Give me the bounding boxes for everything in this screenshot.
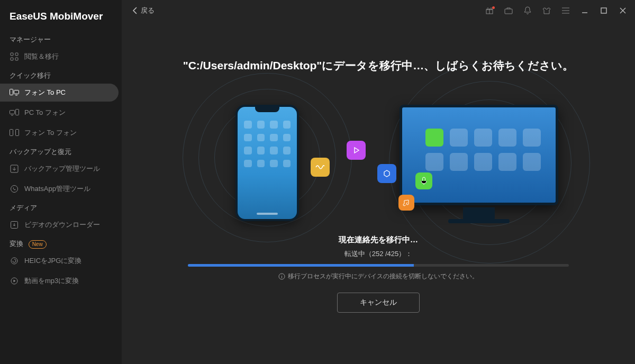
svg-rect-7 — [16, 110, 19, 115]
sidebar-item-browse-transfer[interactable]: 閲覧＆移行 — [0, 48, 119, 66]
heic-icon — [10, 256, 19, 266]
back-label: 戻る — [141, 6, 155, 15]
gift-icon[interactable] — [483, 4, 496, 17]
info-icon — [278, 273, 285, 280]
chevron-left-icon — [132, 7, 138, 14]
phone-to-pc-icon — [10, 88, 19, 97]
sidebar-item-label: ビデオのダウンローダー — [24, 220, 100, 230]
transfer-count: 転送中（252 /425）： — [344, 249, 413, 259]
svg-rect-16 — [505, 9, 512, 14]
group-label-backup: バックアップと復元 — [0, 143, 122, 159]
monitor-device-icon — [400, 105, 558, 205]
sidebar-item-label: HEICをJPGに変換 — [24, 256, 81, 266]
pc-to-phone-icon — [10, 108, 19, 117]
svg-rect-9 — [16, 130, 19, 136]
maximize-button[interactable] — [597, 4, 611, 17]
cancel-button[interactable]: キャンセル — [337, 293, 420, 313]
close-button[interactable] — [616, 4, 630, 17]
transfer-illustration — [188, 84, 569, 232]
app-title: EaseUS MobiMover — [0, 5, 122, 31]
mic-icon — [415, 172, 432, 189]
sidebar-item-label: フォン To フォン — [24, 128, 77, 138]
transfer-warning: 移行プロセスが実行中にデバイスの接続を切断しないでください。 — [278, 272, 478, 281]
content-area: "C:/Users/admin/Desktop"にデータを移行中…、しばらくお待… — [122, 21, 635, 364]
sidebar-item-label: フォン To PC — [24, 88, 66, 97]
svg-rect-6 — [10, 111, 15, 114]
svg-rect-3 — [15, 58, 18, 60]
minimize-button[interactable] — [578, 4, 592, 17]
svg-rect-5 — [14, 90, 19, 94]
app-icon — [377, 164, 396, 183]
sidebar-item-phone-to-pc[interactable]: フォン To PC — [0, 84, 119, 102]
backup-icon — [10, 164, 19, 174]
group-label-convert: 変換 New — [0, 235, 122, 251]
sidebar-item-video-downloader[interactable]: ビデオのダウンローダー — [0, 216, 119, 234]
window-controls — [483, 4, 630, 17]
video-icon — [10, 276, 19, 286]
svg-rect-1 — [15, 53, 18, 56]
sidebar-item-pc-to-phone[interactable]: PC To フォン — [0, 104, 119, 122]
bell-icon[interactable] — [521, 4, 534, 17]
play-icon — [347, 141, 366, 160]
badge-new: New — [29, 240, 47, 249]
download-icon — [10, 220, 19, 230]
sidebar-item-video-to-mp3[interactable]: 動画をmp3に変換 — [0, 272, 119, 290]
toolbox-icon[interactable] — [502, 4, 515, 17]
sidebar-item-heic-to-jpg[interactable]: HEICをJPGに変換 — [0, 252, 119, 270]
svg-rect-0 — [11, 53, 13, 56]
phone-to-phone-icon — [10, 128, 19, 138]
back-button[interactable]: 戻る — [132, 6, 155, 15]
sidebar-item-label: 動画をmp3に変換 — [24, 276, 79, 286]
shirt-icon[interactable] — [540, 4, 554, 17]
sidebar-item-label: 閲覧＆移行 — [24, 52, 59, 61]
sidebar-item-phone-to-phone[interactable]: フォン To フォン — [0, 124, 119, 142]
group-label-media: メディア — [0, 199, 122, 215]
progress-fill — [188, 264, 414, 267]
svg-rect-8 — [10, 130, 13, 136]
grid-icon — [10, 52, 19, 61]
menu-icon[interactable] — [559, 4, 573, 17]
phone-device-icon — [235, 105, 299, 221]
group-label-manager: マネージャー — [0, 31, 122, 47]
svg-point-13 — [11, 258, 17, 264]
group-label-quick: クイック移行 — [0, 67, 122, 83]
transfer-status: 現在連絡先を移行中… — [339, 235, 418, 245]
sidebar-item-backup-manager[interactable]: バックアップ管理ツール — [0, 160, 119, 178]
music-icon — [398, 195, 414, 211]
notification-dot-icon — [492, 6, 495, 9]
sidebar-item-label: バックアップ管理ツール — [24, 164, 100, 174]
whatsapp-icon — [10, 184, 19, 194]
sidebar-item-label: PC To フォン — [24, 108, 66, 117]
sidebar-item-label: WhatsApp管理ツール — [24, 184, 90, 194]
svg-point-11 — [11, 186, 18, 193]
sidebar-item-whatsapp-manager[interactable]: WhatsApp管理ツール — [0, 180, 119, 198]
sidebar: EaseUS MobiMover マネージャー 閲覧＆移行 クイック移行 フォン… — [0, 0, 122, 364]
titlebar: 戻る — [122, 0, 635, 21]
svg-rect-4 — [10, 89, 13, 95]
svg-rect-17 — [601, 8, 606, 13]
progress-bar — [188, 264, 569, 267]
svg-rect-18 — [423, 177, 425, 181]
wave-icon — [311, 158, 330, 177]
main-panel: 戻る — [122, 0, 635, 364]
svg-rect-2 — [11, 58, 13, 60]
